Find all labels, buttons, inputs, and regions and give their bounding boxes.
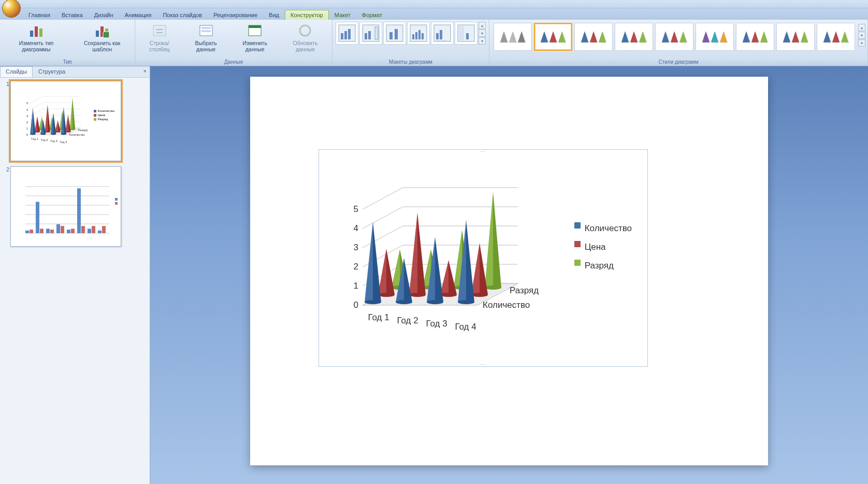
workspace: Слайды Структура × 1 012345Год 1Год 2Год… [0,66,868,484]
chart-layouts-gallery: ▴ ▾ ▾ [335,21,487,46]
styles-expand[interactable]: ▾ [858,39,865,47]
svg-rect-68 [56,224,60,233]
svg-rect-3 [96,31,99,37]
refresh-data-button: Обновить данные [281,21,330,54]
svg-rect-24 [395,29,398,39]
select-data-button[interactable]: Выбрать данные [182,21,229,54]
svg-rect-73 [81,226,85,233]
svg-rect-36 [466,33,469,39]
svg-rect-1 [35,26,38,37]
layout-option[interactable] [431,22,454,45]
ribbon-group-data: Строка/столбец Выбрать данные Изменить д… [135,20,332,66]
svg-text:4: 4 [354,223,358,233]
tab-animation[interactable]: Анимация [119,10,157,20]
styles-scroll-up[interactable]: ▴ [858,24,865,31]
tab-design[interactable]: Дизайн [89,10,119,20]
ribbon-tabs: Главная Вставка Дизайн Анимация Показ сл… [0,8,868,20]
tab-outline[interactable]: Структура [33,66,71,77]
tab-view[interactable]: Вид [263,10,285,20]
chart-style-option[interactable] [817,23,855,51]
slide-canvas[interactable]: 012345Год 1Год 2Год 3Год 4КоличествоРазр… [250,77,768,465]
layout-option[interactable] [359,22,382,45]
layouts-expand[interactable]: ▾ [479,37,486,45]
tab-home[interactable]: Главная [23,10,56,20]
svg-text:1: 1 [354,281,358,291]
chart-style-option[interactable] [615,23,653,51]
svg-rect-0 [30,31,33,37]
layouts-scroll-down[interactable]: ▾ [479,30,486,37]
tab-constructor[interactable]: Конструктор [285,10,329,20]
tab-layout[interactable]: Макет [329,10,356,20]
group-label-styles: Стили диаграмм [491,58,865,66]
ribbon: Изменить тип диаграммы Сохранить как шаб… [0,20,868,66]
chart-style-option[interactable] [736,23,774,51]
svg-rect-70 [67,230,70,233]
chart-style-option[interactable] [655,23,693,51]
chart-style-option[interactable] [574,23,613,51]
chart-style-option[interactable] [534,23,572,51]
svg-line-94 [363,188,403,209]
tab-insert[interactable]: Вставка [56,10,89,20]
svg-rect-64 [36,202,39,233]
close-panel-button[interactable]: × [140,66,150,77]
ribbon-group-layouts: ▴ ▾ ▾ Макеты диаграмм [332,20,489,66]
ribbon-group-styles: ▴ ▾ ▾ Стили диаграмм [489,20,868,66]
chart-styles-gallery [491,21,857,53]
edit-data-button[interactable]: Изменить данные [230,21,280,54]
svg-rect-33 [436,40,446,41]
slide-thumbnail-wrap: 2 [3,166,147,247]
chart-style-option[interactable] [776,23,815,51]
slides-panel-tabs: Слайды Структура × [0,66,150,78]
chart-style-option[interactable] [696,23,734,51]
svg-rect-77 [102,226,106,233]
svg-rect-66 [46,229,50,233]
group-label-data: Данные [137,58,330,66]
select-data-icon [198,22,214,39]
svg-rect-67 [50,230,54,233]
layout-option[interactable] [336,22,358,45]
slide-thumbnail[interactable] [10,166,121,247]
title-bar [0,0,868,8]
slide-number: 1 [3,81,10,161]
tab-review[interactable]: Рецензирование [208,10,263,20]
save-as-template-button[interactable]: Сохранить как шаблон [71,21,133,54]
tab-slideshow[interactable]: Показ слайдов [157,10,208,20]
tab-slides[interactable]: Слайды [0,66,33,77]
svg-rect-74 [88,229,91,233]
chart-style-option[interactable] [494,23,532,51]
svg-rect-10 [201,30,211,32]
refresh-icon [297,22,313,39]
slide-thumbnail[interactable]: 012345Год 1Год 2Год 3Год 4КоличествоРазр… [10,81,121,161]
styles-scroll-down[interactable]: ▾ [858,32,865,39]
svg-text:5: 5 [354,204,358,214]
svg-text:2: 2 [26,121,28,124]
svg-rect-72 [77,188,81,233]
svg-rect-19 [365,33,367,39]
svg-rect-63 [30,230,33,233]
change-chart-type-button[interactable]: Изменить тип диаграммы [2,21,70,54]
chart-object[interactable]: 012345Год 1Год 2Год 3Год 4КоличествоРазр… [319,149,648,367]
edit-data-icon [247,22,263,39]
svg-text:1: 1 [26,127,28,130]
svg-rect-15 [341,33,343,39]
svg-rect-21 [375,27,378,39]
layouts-scroll-up[interactable]: ▴ [479,22,486,29]
layout-option[interactable] [455,22,478,45]
layouts-gallery-nav: ▴ ▾ ▾ [479,22,486,45]
svg-rect-23 [389,32,393,39]
button-label: Изменить данные [233,40,277,52]
layout-option[interactable] [407,22,430,45]
tab-format[interactable]: Формат [356,10,388,20]
layout-option[interactable] [383,22,406,45]
svg-rect-12 [249,25,261,28]
svg-rect-6 [103,32,109,38]
slide-editor: 012345Год 1Год 2Год 3Год 4КоличествоРазр… [150,66,868,484]
legend-item: Цена [574,241,632,253]
svg-rect-28 [418,30,421,39]
switch-row-column-button: Строка/столбец [137,21,181,54]
svg-rect-17 [348,29,351,39]
svg-rect-2 [39,29,42,37]
svg-rect-16 [344,31,347,39]
svg-rect-7 [153,25,166,36]
svg-rect-35 [459,26,464,40]
